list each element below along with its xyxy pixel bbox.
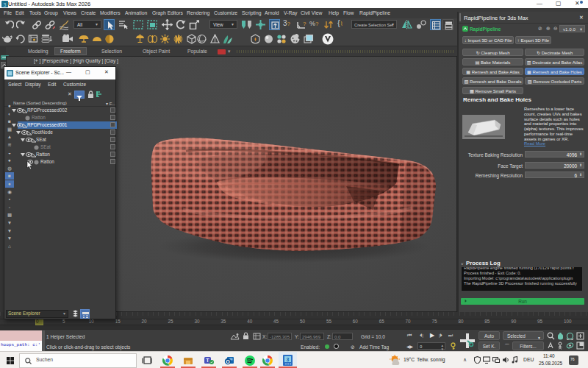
svg-text:3: 3 <box>287 357 290 362</box>
svg-text:T: T <box>206 358 209 363</box>
svg-text:?: ? <box>303 21 306 27</box>
svg-text:3: 3 <box>4 2 7 7</box>
svg-text:O: O <box>226 359 230 364</box>
